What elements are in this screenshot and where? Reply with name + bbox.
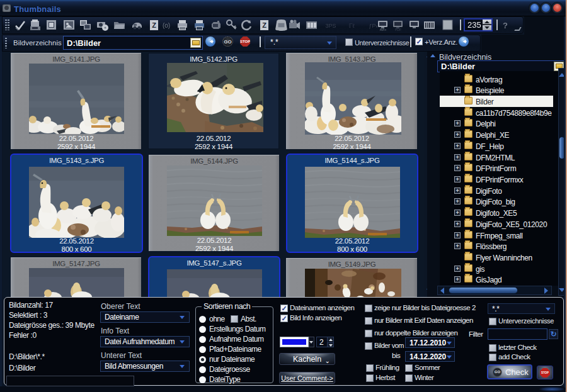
svg-text:ℾℓ: ℾℓ (349, 23, 355, 29)
svg-text:Z: Z (262, 21, 266, 29)
svg-text:3PS: 3PS (325, 23, 336, 29)
svg-text:AVI+: AVI+ (380, 28, 387, 31)
svg-text:Z: Z (152, 21, 156, 29)
svg-text:(ο): (ο) (163, 22, 170, 29)
svg-text:?: ? (503, 21, 508, 30)
svg-text:PDF: PDF (395, 28, 401, 31)
